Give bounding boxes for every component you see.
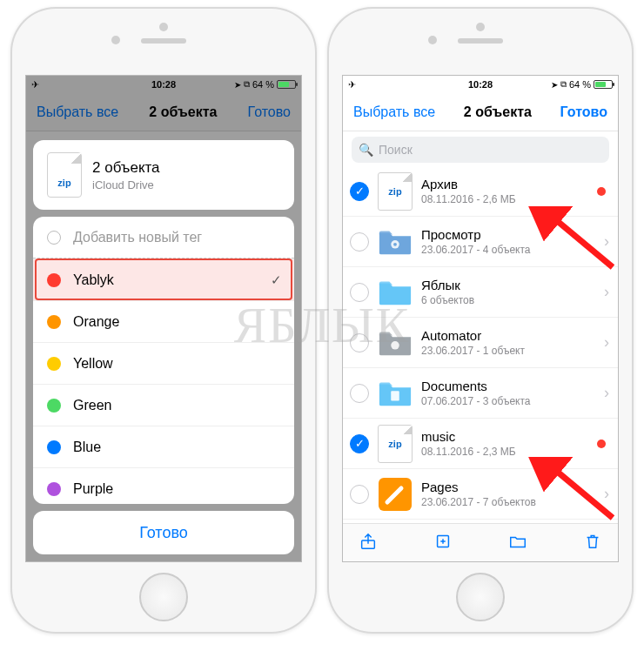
file-name: Яблык: [421, 278, 595, 292]
folder-icon: [378, 376, 413, 411]
zip-file-icon: zip: [47, 152, 82, 198]
tag-color-dot-icon: [47, 440, 61, 454]
folder-icon: [378, 225, 413, 259]
move-icon[interactable]: [508, 532, 527, 554]
file-row[interactable]: Documents07.06.2017 - 3 объекта›: [343, 368, 618, 419]
file-subtitle: 23.06.2017 - 4 объекта: [421, 244, 595, 256]
airplane-icon: ✈︎: [348, 79, 356, 91]
chevron-right-icon: ›: [604, 283, 609, 301]
svg-rect-3: [391, 391, 399, 400]
selection-circle[interactable]: ✓: [350, 434, 369, 453]
zip-file-icon: zip: [378, 172, 413, 211]
file-row[interactable]: Просмотр23.06.2017 - 4 объекта›: [343, 217, 618, 267]
home-button[interactable]: [139, 573, 188, 621]
bluetooth-icon: ⧉: [244, 79, 250, 90]
tag-color-dot-icon: [47, 357, 61, 371]
file-row[interactable]: Automator23.06.2017 - 1 объект›: [343, 318, 618, 368]
folder-icon: [378, 326, 413, 360]
location-icon: ➤: [234, 80, 241, 90]
phone-left: ✈︎ 10:28 ➤ ⧉ 64 % Выбрать все 2 объекта …: [10, 7, 317, 634]
battery-text: 64 %: [252, 79, 274, 90]
sheet-title: 2 объекта: [92, 159, 160, 177]
chevron-right-icon: ›: [604, 485, 609, 503]
tag-label: Yablyk: [73, 272, 114, 288]
toolbar: [343, 523, 618, 561]
file-subtitle: 08.11.2016 - 2,3 МБ: [421, 446, 588, 458]
battery-text: 64 %: [569, 79, 591, 90]
selection-circle[interactable]: ✓: [350, 182, 369, 201]
folder-icon: [378, 275, 413, 310]
tag-indicator-icon: [597, 440, 606, 448]
selection-circle[interactable]: [350, 384, 369, 403]
file-row[interactable]: Яблык6 объектов›: [343, 267, 618, 318]
file-subtitle: 08.11.2016 - 2,6 МБ: [421, 193, 588, 205]
svg-point-2: [391, 341, 399, 350]
file-name: Automator: [421, 328, 595, 343]
sheet-done-button[interactable]: Готово: [33, 511, 294, 554]
file-row[interactable]: ✓zipmusic08.11.2016 - 2,3 МБ: [343, 419, 618, 469]
zip-file-icon: zip: [378, 425, 413, 463]
file-row[interactable]: ✓zipАрхив08.11.2016 - 2,6 МБ: [343, 166, 618, 217]
search-placeholder: Поиск: [379, 143, 413, 157]
file-subtitle: 6 объектов: [421, 294, 595, 306]
tag-label: Orange: [73, 314, 119, 330]
share-icon[interactable]: [359, 532, 378, 554]
nav-title: 2 объекта: [464, 104, 532, 120]
tag-color-dot-icon: [47, 315, 61, 329]
search-icon: 🔍: [359, 143, 373, 157]
tag-indicator-icon: [597, 187, 606, 196]
select-all-button[interactable]: Выбрать все: [353, 104, 435, 120]
file-subtitle: 07.06.2017 - 3 объекта: [421, 395, 595, 407]
svg-point-1: [393, 242, 397, 245]
status-bar: ✈︎ 10:28 ➤ ⧉ 64 %: [343, 76, 618, 93]
phone-right: ✈︎ 10:28 ➤ ⧉ 64 % Выбрать все 2 объекта …: [327, 7, 634, 634]
tag-row-purple[interactable]: Purple: [33, 467, 294, 504]
chevron-right-icon: ›: [604, 232, 609, 251]
tag-dot-empty-icon: [47, 231, 61, 245]
chevron-right-icon: ›: [604, 384, 609, 402]
tag-row-blue[interactable]: Blue: [33, 426, 294, 467]
bluetooth-icon: ⧉: [560, 79, 567, 90]
home-button[interactable]: [456, 573, 505, 621]
tag-color-dot-icon: [47, 399, 61, 413]
search-field[interactable]: 🔍 Поиск: [352, 137, 609, 163]
trash-icon[interactable]: [583, 532, 602, 554]
tag-row-yellow[interactable]: Yellow: [33, 342, 294, 384]
selection-circle[interactable]: [350, 283, 369, 302]
selection-circle[interactable]: [350, 485, 369, 504]
tag-row-yablyk[interactable]: Yablyk: [33, 258, 294, 300]
tag-label: Green: [73, 398, 111, 413]
tag-row-orange[interactable]: Orange: [33, 300, 294, 342]
tag-label: Yellow: [73, 356, 113, 372]
file-name: Просмотр: [421, 227, 595, 242]
battery-icon: [277, 80, 296, 89]
tag-sheet: zip 2 объекта iCloud Drive Добавить новы…: [33, 140, 294, 554]
duplicate-icon[interactable]: [433, 532, 453, 554]
add-tag-row[interactable]: Добавить новый тег: [33, 217, 294, 258]
file-subtitle: 23.06.2017 - 7 объектов: [421, 496, 595, 508]
airplane-icon: ✈︎: [31, 79, 39, 91]
file-name: Архив: [421, 177, 588, 191]
file-name: Documents: [421, 379, 595, 393]
chevron-right-icon: ›: [604, 333, 609, 352]
file-name: Pages: [421, 480, 595, 494]
tag-row-green[interactable]: Green: [33, 384, 294, 426]
tag-color-dot-icon: [47, 482, 61, 496]
nav-bar: Выбрать все 2 объекта Готово: [343, 93, 618, 131]
sheet-subtitle: iCloud Drive: [92, 178, 160, 191]
file-name: music: [421, 429, 588, 444]
battery-icon: [594, 80, 613, 89]
tag-label: Blue: [73, 440, 101, 455]
tag-color-dot-icon: [47, 273, 61, 287]
tag-label: Purple: [73, 481, 113, 497]
selection-circle[interactable]: [350, 232, 369, 252]
done-button[interactable]: Готово: [560, 104, 607, 120]
add-tag-label: Добавить новый тег: [73, 230, 202, 245]
location-icon: ➤: [551, 80, 558, 90]
file-row[interactable]: Pages23.06.2017 - 7 объектов›: [343, 469, 618, 520]
pages-app-icon: [378, 477, 413, 512]
selection-circle[interactable]: [350, 333, 369, 352]
file-subtitle: 23.06.2017 - 1 объект: [421, 345, 595, 357]
